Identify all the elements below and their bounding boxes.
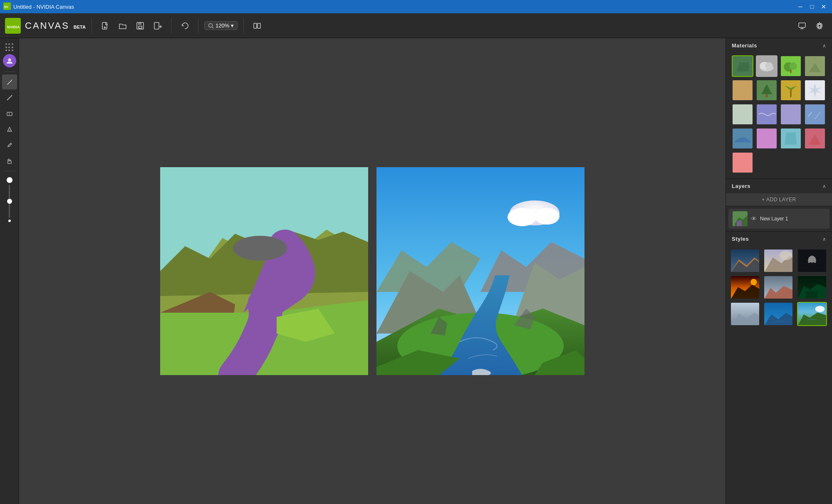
brush-size-large: [7, 177, 12, 183]
zoom-value: 120%: [215, 22, 229, 29]
window-controls: ─ □ ✕: [795, 2, 829, 12]
export-button[interactable]: [150, 18, 165, 33]
material-item-grass[interactable]: [732, 55, 753, 77]
styles-section: Styles ∧: [726, 231, 832, 331]
material-item-river[interactable]: [780, 128, 802, 149]
svg-point-12: [208, 23, 212, 27]
photo-canvas[interactable]: [376, 167, 584, 375]
layer-visibility-icon[interactable]: 👁: [751, 215, 757, 222]
material-item-palm[interactable]: [780, 79, 802, 101]
segmentation-canvas[interactable]: [160, 167, 368, 375]
eyedropper-tool[interactable]: [2, 138, 17, 153]
material-item-sand[interactable]: [732, 79, 753, 101]
close-button[interactable]: ✕: [819, 2, 829, 12]
brush-slider-handle[interactable]: [7, 199, 12, 204]
style-item-8[interactable]: [763, 302, 793, 326]
svg-rect-66: [733, 104, 753, 124]
layers-chevron: ∧: [822, 183, 826, 189]
svg-marker-76: [785, 132, 797, 145]
material-item-tundra[interactable]: [732, 104, 753, 125]
fill-tool[interactable]: [2, 122, 17, 137]
layers-title: Layers: [732, 183, 750, 189]
styles-header[interactable]: Styles ∧: [726, 232, 832, 246]
save-file-button[interactable]: [133, 18, 148, 33]
layer-thumbnail: [733, 211, 748, 226]
svg-point-51: [765, 62, 773, 69]
material-item-mountain[interactable]: [804, 55, 826, 77]
maximize-button[interactable]: □: [807, 2, 817, 12]
toolbar-separator-2: [171, 18, 171, 33]
style-item-6[interactable]: [797, 275, 827, 299]
material-item-hill[interactable]: [732, 128, 753, 149]
open-file-button[interactable]: [115, 18, 130, 33]
material-item-sky2[interactable]: [780, 104, 802, 125]
svg-rect-58: [733, 80, 753, 100]
svg-rect-70: [805, 104, 825, 124]
style-item-4[interactable]: [730, 275, 760, 299]
nvidia-logo: NVIDIA: [5, 18, 21, 34]
material-item-water2[interactable]: [756, 104, 778, 125]
canvas-area[interactable]: [19, 38, 726, 504]
zoom-dropdown-icon: ▾: [231, 22, 234, 29]
minimize-button[interactable]: ─: [795, 2, 805, 12]
feedback-button[interactable]: [795, 18, 810, 33]
style-item-1[interactable]: [730, 249, 760, 273]
toolbar-separator-3: [198, 18, 198, 33]
preview-toggle-button[interactable]: [250, 18, 265, 33]
eraser-tool[interactable]: [2, 106, 17, 121]
brush-size-slider[interactable]: [9, 185, 10, 218]
tools-sidebar: [0, 38, 19, 504]
brush-tool[interactable]: [2, 74, 17, 89]
material-item-tree[interactable]: [756, 79, 778, 101]
add-layer-button[interactable]: + ADD LAYER: [726, 193, 832, 206]
materials-grid: [726, 53, 832, 178]
svg-rect-16: [799, 23, 805, 27]
layers-section: Layers ∧ + ADD LAYER 👁 New Layer 1: [726, 178, 832, 231]
material-item-extra1[interactable]: [732, 152, 753, 173]
material-item-cliff[interactable]: [804, 128, 826, 149]
material-item-shrub[interactable]: [780, 55, 802, 77]
user-avatar[interactable]: [3, 54, 16, 67]
svg-point-31: [233, 236, 287, 261]
window-title: Untitled - NVIDIA Canvas: [13, 4, 74, 10]
hand-tool[interactable]: [2, 153, 17, 168]
settings-button[interactable]: [812, 18, 827, 33]
style-item-7[interactable]: [730, 302, 760, 326]
material-item-canyon[interactable]: [756, 128, 778, 149]
style-item-5[interactable]: [763, 275, 793, 299]
nvidia-icon: NV: [3, 2, 11, 11]
svg-point-41: [508, 208, 537, 226]
style-item-9[interactable]: [797, 302, 827, 326]
brush-size-control: [7, 177, 12, 222]
svg-line-21: [7, 95, 12, 100]
style-item-3[interactable]: [797, 249, 827, 273]
material-item-snow[interactable]: [804, 79, 826, 101]
svg-rect-14: [254, 23, 257, 28]
svg-rect-10: [154, 22, 159, 29]
svg-rect-15: [258, 23, 260, 28]
seg-canvas-svg: [160, 167, 368, 375]
zoom-control[interactable]: 120% ▾: [204, 21, 238, 30]
layer-item[interactable]: 👁 New Layer 1: [728, 209, 830, 229]
new-file-button[interactable]: [98, 18, 113, 33]
line-tool[interactable]: [2, 90, 17, 105]
svg-rect-22: [7, 112, 12, 116]
svg-point-20: [8, 59, 11, 62]
titlebar: NV Untitled - NVIDIA Canvas ─ □ ✕: [0, 0, 832, 13]
tools-grid-button[interactable]: [4, 42, 15, 53]
materials-header[interactable]: Materials ∧: [726, 38, 832, 53]
undo-button[interactable]: [177, 18, 192, 33]
materials-chevron: ∧: [822, 43, 826, 49]
layers-header[interactable]: Layers ∧: [726, 179, 832, 193]
material-item-cloud[interactable]: [756, 55, 778, 77]
material-item-rock[interactable]: [804, 104, 826, 125]
tool-separator-2: [4, 171, 15, 171]
svg-text:NV: NV: [4, 5, 8, 8]
layer-name: New Layer 1: [760, 216, 825, 222]
style-item-2[interactable]: [763, 249, 793, 273]
toolbar-separator-1: [92, 18, 92, 33]
svg-point-19: [818, 25, 821, 27]
materials-title: Materials: [732, 42, 757, 49]
svg-point-54: [789, 62, 797, 70]
layers-list: 👁 New Layer 1: [726, 206, 832, 231]
